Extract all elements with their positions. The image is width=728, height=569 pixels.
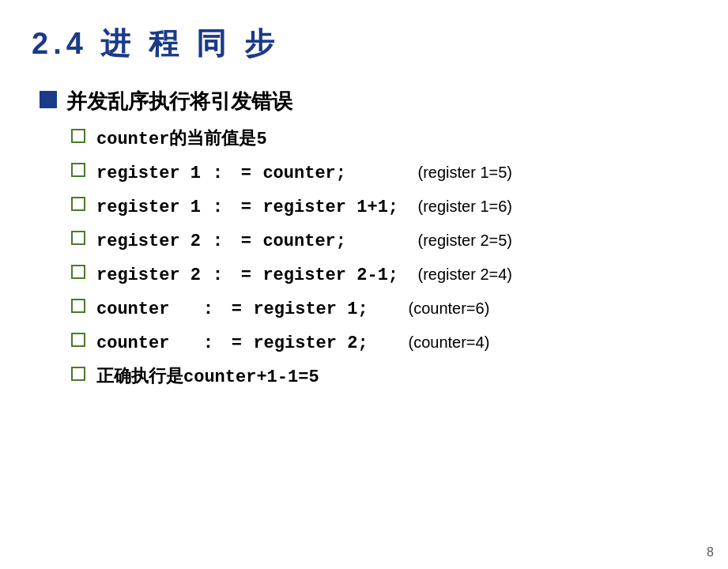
sub-bullet-icon	[71, 265, 85, 279]
list-item: counter ： = register 1; (counter=6)	[71, 295, 696, 322]
code-col2: ：	[206, 262, 229, 288]
list-item: counter ： = register 2; (counter=4)	[71, 329, 696, 356]
content-area: 并发乱序执行将引发错误 counter的当前值是5 register 1 ： =…	[32, 88, 696, 390]
sub-item-text: register 1 ： = register 1+1; (register 1…	[96, 193, 512, 220]
code-col1: counter	[96, 330, 191, 356]
sub-bullet-icon	[71, 333, 85, 347]
code-col2: ：	[206, 194, 229, 220]
sub-bullet-icon	[71, 163, 85, 177]
code-col1: counter	[96, 296, 191, 322]
sub-item-text: counter ： = register 2; (counter=4)	[96, 329, 489, 356]
code-comment: (register 1=6)	[418, 194, 513, 218]
list-item: register 2 ： = register 2-1; (register 2…	[71, 261, 696, 288]
code-text: 正确执行是counter+1-1=5	[96, 367, 319, 387]
sub-bullet-icon	[71, 129, 85, 143]
code-col4: counter;	[262, 160, 405, 187]
main-item: 并发乱序执行将引发错误	[40, 88, 696, 115]
code-col4: counter;	[262, 228, 405, 254]
code-col2: ：	[206, 228, 229, 254]
code-col4: register 1+1;	[262, 194, 405, 220]
list-item: register 2 ： = counter; (register 2=5)	[71, 227, 696, 254]
code-col2: ：	[196, 330, 220, 356]
code-col3: =	[234, 228, 258, 254]
list-item: register 1 ： = counter; (register 1=5)	[71, 159, 696, 187]
slide: 2.4 进 程 同 步 并发乱序执行将引发错误 counter的当前值是5 re…	[0, 0, 728, 569]
code-comment: (register 1=5)	[418, 160, 513, 184]
list-item: register 1 ： = register 1+1; (register 1…	[71, 193, 696, 220]
code-col1: register 2	[96, 262, 201, 288]
sub-item-text: register 2 ： = register 2-1; (register 2…	[96, 261, 512, 288]
sub-items-list: counter的当前值是5 register 1 ： = counter; (r…	[71, 125, 696, 390]
list-item: 正确执行是counter+1-1=5	[71, 363, 696, 390]
code-col4: register 2-1;	[262, 262, 405, 288]
code-text: counter的当前值是5	[96, 130, 267, 149]
code-col1: register 2	[96, 228, 201, 254]
code-comment: (counter=4)	[409, 330, 490, 354]
list-item: counter的当前值是5	[71, 125, 696, 153]
sub-item-text: register 2 ： = counter; (register 2=5)	[96, 227, 512, 254]
code-col3: =	[234, 262, 258, 288]
code-col3: =	[224, 330, 248, 356]
code-comment: (counter=6)	[409, 296, 490, 320]
code-col2: ：	[196, 296, 220, 322]
code-col3: =	[234, 194, 258, 220]
code-col4: register 2;	[253, 330, 395, 356]
code-col4: register 1;	[253, 296, 395, 322]
code-comment: (register 2=5)	[418, 228, 513, 252]
page-number: 8	[707, 545, 714, 560]
code-col1: register 1	[96, 160, 201, 187]
sub-bullet-icon	[71, 367, 85, 381]
code-col1: register 1	[96, 194, 201, 220]
main-item-text: 并发乱序执行将引发错误	[66, 88, 292, 115]
code-col2: ：	[206, 160, 229, 187]
code-col3: =	[234, 160, 258, 187]
sub-bullet-icon	[71, 299, 85, 313]
code-col3: =	[224, 296, 248, 322]
sub-bullet-icon	[71, 231, 85, 245]
sub-item-text: counter的当前值是5	[96, 125, 267, 153]
main-bullet-icon	[40, 91, 57, 108]
sub-item-text: 正确执行是counter+1-1=5	[96, 363, 319, 390]
code-comment: (register 2=4)	[418, 262, 513, 286]
sub-bullet-icon	[71, 197, 85, 211]
slide-title: 2.4 进 程 同 步	[32, 24, 696, 64]
sub-item-text: register 1 ： = counter; (register 1=5)	[96, 159, 512, 187]
sub-item-text: counter ： = register 1; (counter=6)	[96, 295, 489, 322]
